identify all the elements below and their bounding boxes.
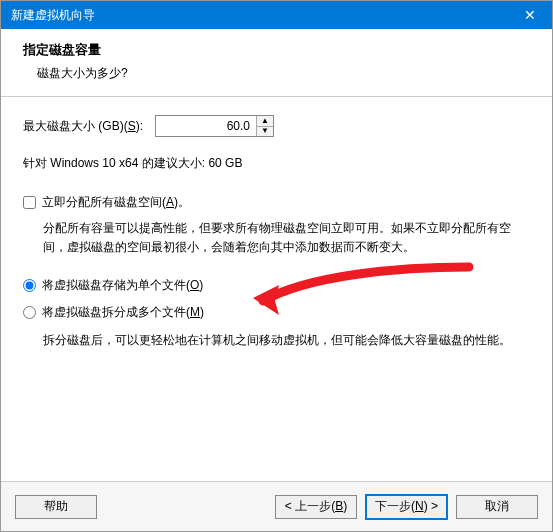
disk-size-input[interactable] (156, 116, 256, 136)
close-icon: ✕ (524, 7, 536, 23)
next-button[interactable]: 下一步(N) > (365, 494, 448, 520)
page-title: 指定磁盘容量 (23, 41, 530, 59)
allocate-now-description: 分配所有容量可以提高性能，但要求所有物理磁盘空间立即可用。如果不立即分配所有空间… (23, 219, 530, 257)
dialog-content: 最大磁盘大小 (GB)(S): ▲ ▼ 针对 Windows 10 x64 的建… (1, 97, 552, 481)
spinner-up-button[interactable]: ▲ (257, 116, 273, 127)
split-files-description: 拆分磁盘后，可以更轻松地在计算机之间移动虚拟机，但可能会降低大容量磁盘的性能。 (23, 331, 530, 350)
recommended-size-text: 针对 Windows 10 x64 的建议大小: 60 GB (23, 155, 530, 172)
dialog-header: 指定磁盘容量 磁盘大小为多少? (1, 29, 552, 97)
cancel-button[interactable]: 取消 (456, 495, 538, 519)
titlebar-text: 新建虚拟机向导 (11, 7, 95, 24)
split-files-radio[interactable] (23, 306, 36, 319)
page-subtitle: 磁盘大小为多少? (23, 65, 530, 82)
help-button[interactable]: 帮助 (15, 495, 97, 519)
spinner-down-button[interactable]: ▼ (257, 127, 273, 137)
single-file-label[interactable]: 将虚拟磁盘存储为单个文件(O) (42, 277, 203, 294)
disk-size-label: 最大磁盘大小 (GB)(S): (23, 118, 143, 135)
disk-size-spinner[interactable]: ▲ ▼ (155, 115, 274, 137)
titlebar: 新建虚拟机向导 ✕ (1, 1, 552, 29)
allocate-now-label[interactable]: 立即分配所有磁盘空间(A)。 (42, 194, 190, 211)
single-file-radio[interactable] (23, 279, 36, 292)
wizard-dialog: 新建虚拟机向导 ✕ 指定磁盘容量 磁盘大小为多少? 最大磁盘大小 (GB)(S)… (0, 0, 553, 532)
close-button[interactable]: ✕ (507, 1, 552, 29)
split-files-label[interactable]: 将虚拟磁盘拆分成多个文件(M) (42, 304, 204, 321)
dialog-footer: 帮助 < 上一步(B) 下一步(N) > 取消 (1, 481, 552, 531)
back-button[interactable]: < 上一步(B) (275, 495, 357, 519)
allocate-now-checkbox[interactable] (23, 196, 36, 209)
